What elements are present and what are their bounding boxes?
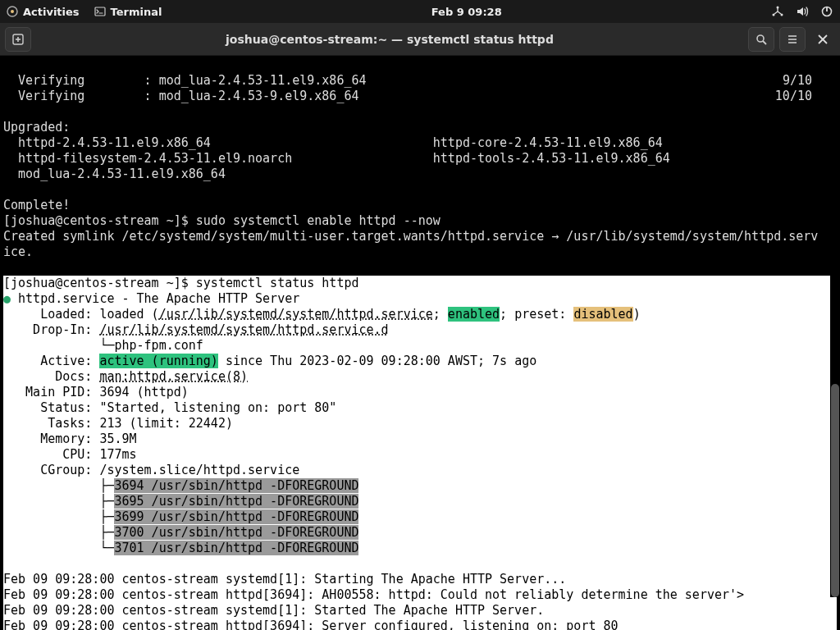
close-button[interactable] (810, 27, 835, 52)
gnome-topbar: Activities Terminal Feb 9 09:28 (0, 0, 840, 23)
activities-button[interactable]: Activities (7, 6, 80, 18)
verify-line-1: Verifying : mod_lua-2.4.53-11.el9.x86_64… (3, 73, 367, 88)
complete-line: Complete! (3, 198, 70, 212)
new-tab-button[interactable] (5, 27, 31, 52)
upgraded-header: Upgraded: (3, 120, 70, 135)
svg-point-1 (11, 10, 14, 13)
terminal-app-button[interactable]: Terminal (94, 6, 162, 18)
prompt-line: [joshua@centos-stream ~]$ sudo systemctl… (3, 213, 441, 228)
svg-line-12 (763, 41, 766, 44)
terminal-app-label: Terminal (111, 6, 162, 18)
volume-icon[interactable] (796, 5, 809, 18)
network-icon[interactable] (771, 5, 784, 18)
svg-point-11 (757, 35, 764, 42)
terminal-scrollbar[interactable] (830, 56, 840, 597)
window-titlebar: joshua@centos-stream:~ — systemctl statu… (0, 23, 840, 56)
scrollbar-thumb[interactable] (831, 384, 839, 597)
menu-button[interactable] (779, 27, 806, 52)
status-dot-icon: ● (3, 291, 11, 306)
upgraded-line: httpd-filesystem-2.4.53-11.el9.noarch ht… (3, 151, 670, 166)
power-icon[interactable] (820, 5, 833, 18)
terminal-output[interactable]: Verifying : mod_lua-2.4.53-11.el9.x86_64… (0, 56, 840, 630)
symlink-line: Created symlink /etc/systemd/system/mult… (3, 229, 822, 260)
activities-label: Activities (23, 6, 80, 18)
search-button[interactable] (748, 27, 774, 52)
verify-line-2: Verifying : mod_lua-2.4.53-9.el9.x86_641… (3, 89, 359, 103)
status-output: [joshua@centos-stream ~]$ systemctl stat… (3, 276, 837, 630)
activities-icon (7, 6, 18, 17)
topbar-clock[interactable]: Feb 9 09:28 (162, 6, 771, 18)
upgraded-line: httpd-2.4.53-11.el9.x86_64 httpd-core-2.… (3, 135, 663, 150)
upgraded-line: mod_lua-2.4.53-11.el9.x86_64 (3, 167, 226, 181)
terminal-icon (94, 6, 106, 17)
svg-rect-2 (95, 7, 105, 16)
window-title: joshua@centos-stream:~ — systemctl statu… (31, 33, 748, 46)
